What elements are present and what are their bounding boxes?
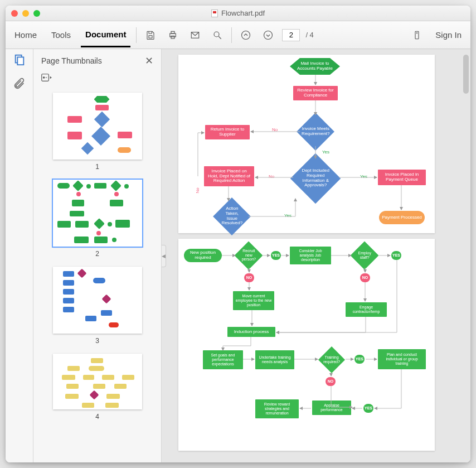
- node-induction: Induction process: [227, 327, 275, 337]
- tab-document[interactable]: Document: [81, 30, 130, 47]
- svg-point-5: [214, 32, 219, 37]
- node-mail-invoice: Mail Invoice to Accounts Payable: [290, 58, 340, 75]
- svg-rect-10: [17, 57, 23, 65]
- page-down-icon[interactable]: [260, 27, 276, 44]
- thumbnail-item[interactable]: 3: [33, 267, 161, 345]
- doc-scrollbar-thumb[interactable]: [463, 55, 469, 94]
- thumbnail-3-label: 3: [95, 337, 99, 345]
- tab-tools[interactable]: Tools: [47, 30, 75, 40]
- page-total-label: / 4: [305, 31, 313, 39]
- close-icon[interactable]: ✕: [145, 55, 153, 67]
- node-meets-req: Invoice Meets Requirement?: [297, 113, 334, 151]
- titlebar: Flowchart.pdf: [6, 6, 470, 21]
- attachments-rail-icon[interactable]: [13, 77, 26, 91]
- edge-label-yes: Yes: [284, 213, 292, 218]
- print-icon[interactable]: [164, 27, 181, 44]
- node-set-goals: Set goals and performance expectations: [203, 350, 243, 369]
- thumbnail-panel-tools: [33, 73, 161, 90]
- edge-label-yes: Yes: [360, 174, 367, 179]
- node-placed-queue: Invoice Placed in Payment Queue: [378, 170, 426, 185]
- tab-home[interactable]: Home: [10, 30, 41, 40]
- thumbnail-3: [53, 267, 142, 334]
- thumbnail-2: [53, 180, 142, 247]
- node-move-emp: Move current employee to the new positio…: [233, 291, 274, 310]
- node-consider: Consider Job analysis Job description: [290, 247, 331, 264]
- edge-label-no: No: [272, 127, 278, 132]
- node-review-invoice: Review Invoice for Compliance: [293, 86, 338, 100]
- pill-no: NO: [360, 273, 370, 282]
- svg-point-12: [43, 77, 45, 78]
- thumbnail-4: [53, 354, 142, 409]
- svg-rect-0: [149, 35, 152, 38]
- svg-rect-2: [171, 31, 174, 33]
- node-review-reward: Review reward strategies and remuneratio…: [255, 399, 299, 418]
- window-title-text: Flowchart.pdf: [221, 9, 265, 17]
- thumbnail-1-label: 1: [95, 163, 99, 171]
- thumbnail-panel: Page Thumbnails ✕: [33, 49, 162, 462]
- thumbnail-list[interactable]: 1: [33, 90, 161, 462]
- node-undertake: Undertake training needs analysis: [255, 350, 294, 369]
- thumbnail-options-icon[interactable]: [41, 73, 54, 85]
- edge-label-yes: Yes: [322, 149, 329, 155]
- svg-rect-8: [415, 31, 419, 39]
- svg-point-7: [264, 31, 273, 39]
- thumbnail-panel-header: Page Thumbnails ✕: [33, 49, 161, 73]
- pill-no: NO: [326, 377, 336, 386]
- thumbnail-item[interactable]: 4: [33, 354, 161, 421]
- mobile-icon[interactable]: [409, 27, 425, 44]
- thumbnail-4-label: 4: [95, 413, 99, 421]
- edge-label-no: No: [269, 174, 274, 179]
- doc-page-upper: Mail Invoice to Accounts Payable Review …: [178, 55, 435, 233]
- save-icon[interactable]: [142, 27, 159, 44]
- toolbar: Home Tools Document / 4 Sign In: [6, 21, 470, 49]
- thumbnails-rail-icon[interactable]: [13, 54, 26, 68]
- left-rail: [6, 49, 33, 462]
- email-icon[interactable]: [187, 27, 203, 44]
- thumbnail-2-label: 2: [95, 250, 99, 258]
- separator: [136, 27, 137, 43]
- svg-rect-1: [170, 33, 176, 37]
- node-placed-hold: Invoice Placed on Hold, Dept Notified of…: [204, 166, 254, 186]
- window-title: Flowchart.pdf: [6, 9, 470, 17]
- thumbnail-item[interactable]: 1: [33, 93, 161, 171]
- node-training: Training required?: [318, 346, 345, 373]
- search-icon[interactable]: [209, 27, 226, 44]
- svg-rect-11: [42, 74, 49, 81]
- svg-rect-3: [171, 36, 174, 38]
- thumbnail-item[interactable]: 2: [33, 180, 161, 258]
- body: Page Thumbnails ✕: [6, 49, 470, 462]
- node-new-position: New position required: [184, 249, 222, 262]
- thumbnail-panel-title: Page Thumbnails: [41, 56, 102, 65]
- pill-yes: YES: [363, 404, 373, 413]
- node-employ: Employ staff?: [351, 242, 379, 270]
- node-return-supplier: Return Invoice to Supplier: [205, 125, 250, 139]
- node-plan-conduct: Plan and conduct individual or group tra…: [378, 349, 426, 369]
- node-payment: Payment Processed: [379, 211, 425, 224]
- sign-in-button[interactable]: Sign In: [431, 30, 466, 40]
- panel-collapse-handle[interactable]: ◀: [162, 245, 166, 267]
- thumbnail-1: [53, 93, 142, 160]
- separator: [231, 27, 232, 43]
- page-number-input[interactable]: [282, 29, 300, 41]
- app-window: Flowchart.pdf Home Tools Document / 4 Si…: [6, 6, 470, 462]
- node-appraise: Appraise performance: [312, 401, 351, 415]
- doc-page-lower: New position required Recruit new person…: [178, 239, 435, 451]
- pill-yes: YES: [354, 355, 365, 364]
- pill-yes: YES: [391, 251, 401, 260]
- edge-label-no: No: [195, 187, 200, 193]
- doc-scroll-area[interactable]: ◀ Mail Invoice to Accounts Payable Revie…: [162, 49, 470, 462]
- node-engage: Engage contractor/temp: [346, 302, 387, 317]
- pdf-icon: [211, 9, 218, 17]
- svg-point-6: [242, 31, 250, 39]
- page-up-icon[interactable]: [237, 27, 254, 44]
- node-recruit: Recruit new person?: [235, 242, 263, 270]
- node-dept-info: Dept Included Required Information & App…: [290, 153, 341, 204]
- pill-yes: YES: [271, 251, 281, 260]
- node-action-taken: Action Taken, Issue Resolved?: [213, 197, 251, 235]
- pill-no: NO: [244, 273, 254, 282]
